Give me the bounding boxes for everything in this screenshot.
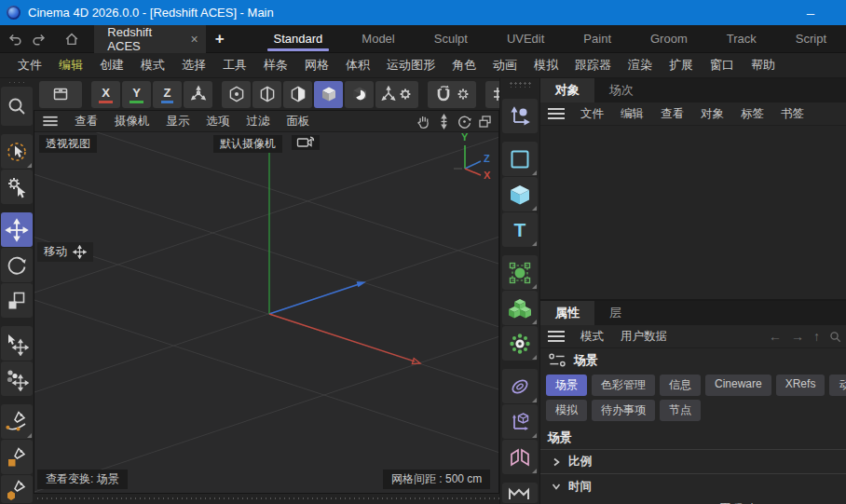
category-nodes[interactable]: 节点 (660, 400, 701, 421)
pan-hand-icon[interactable] (413, 112, 433, 130)
move-tool[interactable] (1, 212, 33, 247)
menu-tools[interactable]: 工具 (214, 57, 255, 74)
palette-drag-handle[interactable] (7, 80, 27, 83)
redo-icon[interactable] (30, 30, 48, 48)
viewport-menu-cameras[interactable]: 摄像机 (106, 114, 158, 129)
coordinate-system-button[interactable] (184, 81, 212, 108)
symmetry-button[interactable] (502, 440, 538, 474)
scale-tool[interactable] (1, 283, 33, 318)
volume-builder-button[interactable] (502, 291, 538, 325)
tab-takes[interactable]: 场次 (594, 78, 648, 102)
undo-icon[interactable] (6, 30, 24, 48)
palette-drag-handle[interactable] (508, 80, 532, 88)
edges-mode-button[interactable] (252, 81, 281, 108)
menu-create[interactable]: 创建 (91, 57, 132, 74)
om-menu-file[interactable]: 文件 (572, 106, 612, 122)
viewport-menu-display[interactable]: 显示 (158, 114, 198, 129)
menu-spline[interactable]: 样条 (255, 57, 296, 74)
home-icon[interactable] (63, 30, 82, 48)
camera-label[interactable]: 默认摄像机 (213, 135, 282, 153)
subdivision-surface-button[interactable] (502, 255, 538, 290)
texture-mode-button[interactable] (345, 81, 374, 108)
tab-layers[interactable]: 层 (594, 301, 636, 325)
viewport-canvas[interactable]: 透视视图 默认摄像机 Y Z X 移动 查看变换: 场景 网格间距 : 500 … (34, 132, 498, 493)
rotate-tool[interactable] (1, 248, 33, 282)
layout-tab-uvedit[interactable]: UVEdit (487, 25, 564, 53)
layout-tab-track[interactable]: Track (707, 25, 776, 53)
history-back-icon[interactable]: ← (764, 329, 786, 344)
viewport[interactable]: 查看 摄像机 显示 选项 过滤 面板 (34, 110, 499, 494)
layout-tab-groom[interactable]: Groom (631, 25, 707, 53)
dolly-icon[interactable] (433, 112, 454, 130)
menu-extensions[interactable]: 扩展 (661, 57, 702, 74)
text-object-button[interactable]: T (502, 212, 538, 247)
om-menu-objects[interactable]: 对象 (692, 106, 732, 122)
object-manager-list[interactable] (540, 126, 846, 301)
menu-help[interactable]: 帮助 (743, 57, 784, 74)
tab-objects[interactable]: 对象 (540, 78, 594, 102)
lock-y-axis-button[interactable]: Y (122, 81, 151, 108)
tab-attributes[interactable]: 属性 (540, 301, 594, 325)
category-info[interactable]: 信息 (660, 375, 701, 396)
om-menu-bookmarks[interactable]: 书签 (772, 106, 812, 122)
om-menu-tags[interactable]: 标签 (732, 106, 772, 122)
menu-tracker[interactable]: 跟踪器 (566, 57, 620, 74)
null-object-button[interactable] (502, 99, 538, 133)
am-menu-user-data[interactable]: 用户数据 (612, 329, 675, 345)
viewport-menu-view[interactable]: 查看 (66, 114, 106, 129)
menu-mesh[interactable]: 网格 (296, 57, 337, 74)
generator-button[interactable] (502, 326, 538, 361)
timeline-ruler[interactable] (34, 494, 499, 504)
tweak-tool[interactable] (1, 170, 33, 204)
new-tab-button[interactable]: + (206, 30, 234, 48)
group-time[interactable]: 时间 (540, 474, 846, 498)
live-selection-tool[interactable] (1, 134, 33, 169)
menu-simulate[interactable]: 模拟 (525, 57, 566, 74)
category-animation[interactable]: 动画 (829, 375, 846, 396)
menu-animate[interactable]: 动画 (484, 57, 525, 74)
selection-move-tool[interactable] (1, 326, 33, 361)
viewport-hamburger-icon[interactable] (43, 116, 57, 126)
viewport-menu-options[interactable]: 选项 (198, 114, 239, 129)
am-menu-mode[interactable]: 模式 (572, 329, 612, 345)
category-scene[interactable]: 场景 (546, 375, 587, 396)
multi-transform-tool[interactable] (1, 361, 33, 396)
camera-swap-icon[interactable] (292, 135, 320, 150)
points-mode-button[interactable] (222, 81, 251, 108)
menu-window[interactable]: 窗口 (702, 57, 743, 74)
menu-mograph[interactable]: 运动图形 (378, 57, 443, 74)
object-manager-hamburger-icon[interactable] (548, 108, 565, 119)
menu-file[interactable]: 文件 (9, 57, 50, 74)
instance-button[interactable] (502, 404, 538, 439)
deformer-button[interactable] (502, 369, 538, 403)
layout-tab-model[interactable]: Model (342, 25, 414, 53)
field-button[interactable] (502, 483, 538, 503)
group-scale[interactable]: 比例 (540, 450, 846, 474)
polygons-mode-button[interactable] (283, 81, 312, 108)
menu-character[interactable]: 角色 (443, 57, 484, 74)
axis-modification-button[interactable] (375, 81, 418, 108)
maximize-view-icon[interactable] (474, 112, 495, 130)
category-color-management[interactable]: 色彩管理 (592, 375, 655, 396)
category-xrefs[interactable]: XRefs (776, 375, 826, 396)
layout-tab-paint[interactable]: Paint (564, 25, 631, 53)
viewport-menu-panel[interactable]: 面板 (279, 114, 319, 129)
layout-tab-sculpt[interactable]: Sculpt (415, 25, 487, 53)
om-menu-edit[interactable]: 编辑 (612, 106, 652, 122)
lock-x-axis-button[interactable]: X (91, 81, 120, 108)
category-todo[interactable]: 待办事项 (592, 400, 655, 421)
spline-primitive-button[interactable] (502, 142, 538, 176)
lock-z-axis-button[interactable]: Z (153, 81, 182, 108)
document-tab[interactable]: Redshift ACES × (94, 25, 205, 53)
menu-mode[interactable]: 模式 (132, 57, 173, 74)
close-tab-icon[interactable]: × (190, 32, 198, 47)
orbit-icon[interactable] (454, 112, 474, 130)
view-type-label[interactable]: 透视视图 (39, 135, 97, 153)
primitive-cube-button[interactable] (502, 177, 538, 211)
menu-volume[interactable]: 体积 (337, 57, 378, 74)
minimize-button[interactable]: – (799, 0, 822, 25)
history-forward-icon[interactable]: → (786, 329, 809, 344)
spline-sketch-tool[interactable] (1, 440, 33, 474)
category-simulation[interactable]: 模拟 (546, 400, 587, 421)
category-cineware[interactable]: Cineware (705, 375, 771, 396)
